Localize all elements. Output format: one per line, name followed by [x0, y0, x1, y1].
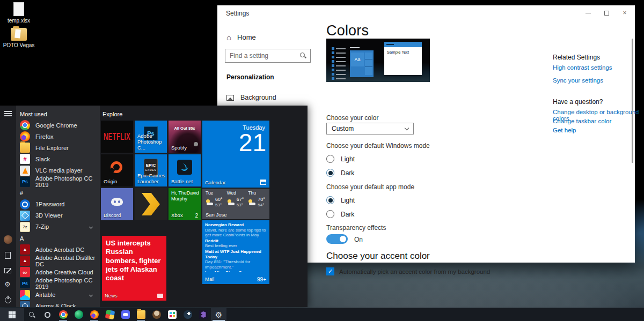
settings-search-box[interactable] — [225, 49, 311, 63]
slack-icon — [20, 154, 30, 164]
link-get-help[interactable]: Get help — [553, 127, 576, 133]
app-item-creative-cloud[interactable]: Adobe Creative Cloud — [16, 266, 100, 278]
taskbar-coffee-app[interactable] — [149, 308, 164, 321]
coffee-app-icon — [152, 310, 161, 319]
cortana-icon — [45, 312, 50, 318]
start-menu: ⚙ Most used Google Chrome Firefox File E… — [0, 106, 308, 307]
search-input[interactable] — [230, 52, 299, 59]
preview-sample-window: Sample Text — [384, 42, 422, 75]
weather-day: Tue 60°53° — [206, 190, 225, 207]
chevron-down-icon[interactable] — [89, 225, 93, 229]
app-item-7zip[interactable]: 7-Zip — [16, 221, 100, 233]
news-headline: US intercepts Russian bombers, fighter j… — [106, 239, 163, 282]
radio-checked[interactable] — [326, 169, 334, 177]
taskbar-file-explorer[interactable] — [133, 308, 149, 321]
firefox-icon — [20, 131, 30, 141]
tile-epic-games[interactable]: EPIC GAMES Epic Games Launcher — [135, 154, 167, 186]
link-high-contrast[interactable]: High contrast settings — [553, 64, 612, 71]
app-item-slack[interactable]: Slack — [16, 153, 100, 165]
windows-mode-dark-option[interactable]: Dark — [326, 169, 354, 177]
link-sync-settings[interactable]: Sync your settings — [553, 77, 603, 84]
app-item-1password[interactable]: 1Password — [16, 199, 100, 210]
app-mode-dark-option[interactable]: Dark — [326, 210, 354, 218]
discord-icon — [121, 310, 130, 319]
app-item-google-chrome[interactable]: Google Chrome — [16, 120, 100, 131]
app-item-photoshop-2019[interactable]: Adobe Photoshop CC 2019 — [16, 278, 100, 289]
app-item-3d-viewer[interactable]: 3D Viewer — [16, 210, 100, 221]
tile-discord[interactable]: Discord — [101, 188, 133, 220]
photoshop-icon — [20, 177, 30, 187]
user-avatar[interactable] — [4, 235, 12, 244]
hamburger-menu-icon[interactable] — [4, 111, 12, 116]
close-button[interactable]: × — [616, 5, 634, 20]
tile-netflix[interactable]: NETFLIX — [101, 121, 133, 153]
colorful-app-icon — [105, 310, 115, 320]
app-item-airtable[interactable]: Airtable — [16, 289, 100, 301]
sidebar-item-home[interactable]: ⌂ Home — [226, 33, 318, 41]
radio-checked[interactable] — [326, 196, 334, 204]
taskbar-visual-studio[interactable] — [195, 308, 211, 321]
app-item-vlc[interactable]: VLC media player — [16, 165, 100, 176]
app-item-firefox[interactable]: Firefox — [16, 131, 100, 142]
taskbar-colorful-app[interactable] — [102, 308, 118, 321]
taskbar-slack[interactable] — [164, 308, 180, 321]
maximize-button[interactable] — [597, 5, 616, 20]
color-dropdown[interactable]: Custom — [326, 123, 414, 135]
tile-xbox[interactable]: Hi, TheDavidMurphy Xbox 2 — [169, 188, 201, 220]
desktop-icon-temp-xlsx[interactable]: temp.xlsx — [0, 2, 38, 24]
app-item-alarms-clock[interactable]: Alarms & Clock — [16, 301, 100, 307]
taskbar-settings[interactable]: ⚙ — [211, 308, 226, 321]
taskbar-firefox[interactable] — [86, 308, 102, 321]
sidebar-item-background[interactable]: Background — [217, 89, 318, 106]
minimize-button[interactable] — [579, 5, 597, 20]
app-item-acrobat-distiller[interactable]: Adobe Acrobat Distiller DC — [16, 255, 100, 266]
tile-spotify[interactable]: All Out 80s Spotify — [169, 121, 201, 153]
slack-icon — [168, 310, 177, 319]
settings-gear-icon[interactable]: ⚙ — [4, 281, 11, 288]
desktop-icon-poto-vegas[interactable]: POTO Vegas — [0, 28, 38, 48]
tile-plex[interactable] — [135, 188, 167, 220]
app-item-photoshop[interactable]: Adobe Photoshop CC 2019 — [16, 176, 100, 188]
link-change-taskbar-color[interactable]: Change taskbar color — [553, 118, 611, 124]
chrome-icon — [59, 310, 68, 319]
desktop: temp.xlsx POTO Vegas Settings × ⌂ Home P… — [0, 0, 644, 321]
settings-titlebar[interactable]: Settings × — [217, 5, 635, 21]
windows-mode-light-option[interactable]: Light — [326, 155, 355, 163]
radio-unchecked[interactable] — [326, 155, 334, 163]
transparency-toggle[interactable] — [326, 234, 348, 244]
app-mode-light-option[interactable]: Light — [326, 196, 355, 204]
taskbar-search[interactable] — [24, 308, 40, 321]
taskbar-chrome[interactable] — [55, 308, 71, 321]
chevron-down-icon[interactable] — [89, 293, 93, 296]
scrollbar[interactable] — [632, 39, 633, 163]
tile-mail[interactable]: Norwegian Reward David, here are some to… — [202, 220, 269, 284]
taskbar-steam[interactable] — [180, 308, 195, 321]
start-button[interactable] — [0, 308, 24, 321]
tile-origin[interactable]: Origin — [101, 154, 133, 186]
xbox-notification-badge: 2 — [195, 213, 198, 219]
documents-icon[interactable] — [5, 252, 11, 259]
checkbox-checked[interactable]: ✓ — [326, 267, 334, 275]
taskbar-discord[interactable] — [118, 308, 133, 321]
background-icon — [226, 95, 234, 101]
radio-unchecked[interactable] — [326, 210, 334, 218]
app-item-acrobat-dc[interactable]: Adobe Acrobat DC — [16, 244, 100, 255]
tile-battlenet[interactable]: Battle.net — [169, 154, 201, 186]
power-icon[interactable] — [5, 297, 11, 303]
sun-cloud-icon — [227, 199, 235, 205]
tile-news[interactable]: US intercepts Russian bombers, fighter j… — [102, 236, 166, 301]
search-icon[interactable] — [300, 53, 306, 59]
pictures-icon[interactable] — [4, 268, 11, 273]
tile-weather[interactable]: Tue 60°53° Wed 67°53° Thu 70°54° — [202, 189, 269, 219]
preview-mini-tiles: Aa — [350, 50, 374, 77]
auto-accent-checkbox-row[interactable]: ✓ Automatically pick an accent color fro… — [326, 267, 490, 275]
taskbar-green-app[interactable] — [71, 308, 86, 321]
app-item-file-explorer[interactable]: File Explorer — [16, 142, 100, 153]
battlenet-logo — [177, 160, 192, 175]
tile-calendar[interactable]: Tuesday 21 Calendar — [202, 121, 269, 188]
tile-photoshop[interactable]: Ps Adobe Photoshop C... — [135, 121, 167, 153]
chrome-icon — [20, 120, 30, 130]
file-explorer-icon — [137, 310, 145, 319]
start-tiles-panel: Explore NETFLIX Ps Adobe Photoshop C... … — [100, 106, 308, 307]
taskbar-cortana[interactable] — [40, 308, 55, 321]
